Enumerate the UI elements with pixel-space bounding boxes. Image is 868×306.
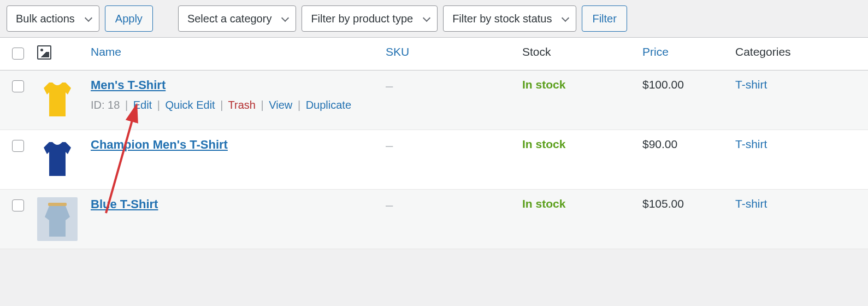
product-id-label: ID: 18 bbox=[91, 99, 120, 111]
sku-value: – bbox=[386, 78, 393, 93]
column-sku[interactable]: SKU bbox=[379, 38, 516, 70]
price-value: $100.00 bbox=[642, 78, 684, 91]
quick-edit-link[interactable]: Quick Edit bbox=[165, 99, 215, 111]
products-table: Name SKU Stock Price Categories Men's T-… bbox=[0, 37, 868, 249]
chevron-down-icon bbox=[85, 14, 92, 22]
category-link[interactable]: T-shirt bbox=[735, 197, 767, 210]
chevron-down-icon bbox=[423, 14, 430, 22]
product-type-select[interactable]: Filter by product type bbox=[302, 5, 438, 32]
list-toolbar: Bulk actions Apply Select a category Fil… bbox=[0, 0, 868, 37]
image-column-icon bbox=[37, 45, 51, 60]
category-select[interactable]: Select a category bbox=[178, 5, 297, 32]
sku-value: – bbox=[386, 197, 393, 212]
category-link[interactable]: T-shirt bbox=[735, 78, 767, 91]
category-link[interactable]: T-shirt bbox=[735, 138, 767, 150]
column-stock: Stock bbox=[516, 38, 636, 70]
chevron-down-icon bbox=[281, 14, 289, 22]
apply-button[interactable]: Apply bbox=[105, 5, 153, 32]
product-type-label: Filter by product type bbox=[311, 13, 413, 25]
view-link[interactable]: View bbox=[269, 99, 292, 111]
duplicate-link[interactable]: Duplicate bbox=[306, 99, 351, 111]
row-checkbox[interactable] bbox=[12, 80, 24, 92]
bulk-actions-label: Bulk actions bbox=[16, 13, 75, 25]
row-actions: ID: 18 | Edit | Quick Edit | Trash | Vie… bbox=[91, 96, 373, 114]
edit-link[interactable]: Edit bbox=[133, 99, 152, 111]
product-thumbnail[interactable] bbox=[31, 70, 84, 130]
product-thumbnail[interactable] bbox=[31, 190, 84, 249]
stock-status: In stock bbox=[522, 138, 565, 150]
bulk-actions-select[interactable]: Bulk actions bbox=[7, 5, 99, 32]
price-value: $105.00 bbox=[642, 197, 684, 210]
column-price[interactable]: Price bbox=[636, 38, 729, 70]
stock-status-select[interactable]: Filter by stock status bbox=[443, 5, 576, 32]
column-categories: Categories bbox=[729, 38, 868, 70]
table-row: Blue T-Shirt – In stock $105.00 T-shirt bbox=[0, 190, 868, 249]
table-row: Champion Men's T-Shirt – In stock $90.00… bbox=[0, 130, 868, 190]
select-all-checkbox[interactable] bbox=[12, 48, 24, 60]
product-title-link[interactable]: Champion Men's T-Shirt bbox=[91, 138, 228, 151]
column-name[interactable]: Name bbox=[84, 38, 379, 70]
product-title-link[interactable]: Men's T-Shirt bbox=[91, 78, 166, 92]
trash-link[interactable]: Trash bbox=[228, 99, 256, 111]
category-select-label: Select a category bbox=[187, 13, 272, 25]
svg-rect-0 bbox=[48, 203, 67, 206]
stock-status: In stock bbox=[522, 197, 565, 210]
row-checkbox[interactable] bbox=[12, 199, 24, 211]
row-checkbox[interactable] bbox=[12, 140, 24, 152]
product-title-link[interactable]: Blue T-Shirt bbox=[91, 197, 158, 211]
stock-status: In stock bbox=[522, 78, 565, 91]
price-value: $90.00 bbox=[642, 138, 677, 150]
table-row: Men's T-Shirt ID: 18 | Edit | Quick Edit… bbox=[0, 70, 868, 130]
stock-status-label: Filter by stock status bbox=[452, 13, 552, 25]
product-thumbnail[interactable] bbox=[31, 130, 84, 190]
sku-value: – bbox=[386, 138, 393, 152]
table-header-row: Name SKU Stock Price Categories bbox=[0, 38, 868, 70]
chevron-down-icon bbox=[562, 14, 569, 22]
filter-button[interactable]: Filter bbox=[582, 5, 627, 32]
